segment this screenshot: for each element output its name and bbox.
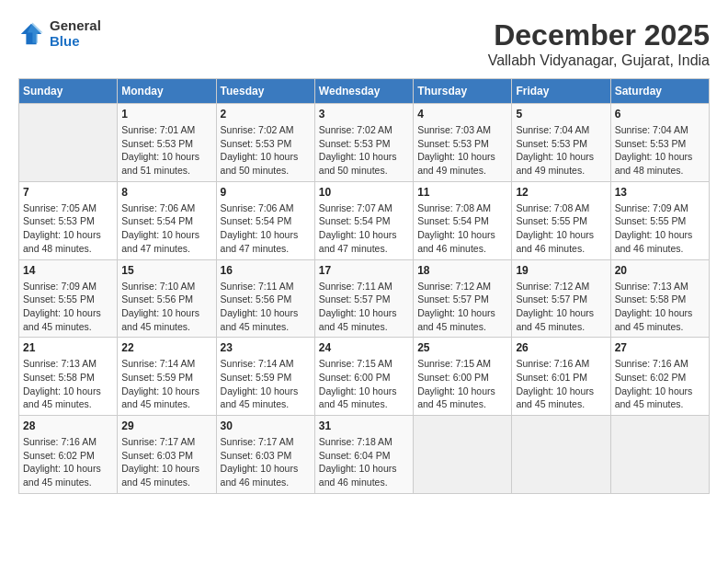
calendar-cell: 23Sunrise: 7:14 AM Sunset: 5:59 PM Dayli… (216, 338, 314, 416)
calendar-header-sunday: Sunday (19, 79, 118, 104)
day-number: 1 (121, 108, 211, 121)
calendar-week-2: 7Sunrise: 7:05 AM Sunset: 5:53 PM Daylig… (19, 181, 710, 259)
day-number: 7 (23, 186, 113, 199)
day-number: 12 (516, 186, 606, 199)
day-number: 4 (417, 108, 507, 121)
day-info: Sunrise: 7:15 AM Sunset: 6:00 PM Dayligh… (319, 357, 409, 411)
day-number: 26 (516, 341, 606, 354)
day-info: Sunrise: 7:10 AM Sunset: 5:56 PM Dayligh… (121, 280, 211, 334)
month-title: December 2025 (488, 18, 710, 52)
day-number: 21 (23, 341, 113, 354)
calendar-header-wednesday: Wednesday (314, 79, 413, 104)
calendar-cell: 17Sunrise: 7:11 AM Sunset: 5:57 PM Dayli… (314, 259, 413, 338)
day-info: Sunrise: 7:16 AM Sunset: 6:01 PM Dayligh… (516, 357, 606, 411)
calendar-header-saturday: Saturday (610, 79, 709, 104)
day-number: 30 (221, 419, 311, 432)
day-info: Sunrise: 7:16 AM Sunset: 6:02 PM Dayligh… (615, 357, 705, 411)
title-area: December 2025 Vallabh Vidyanagar, Gujara… (488, 18, 710, 69)
day-info: Sunrise: 7:06 AM Sunset: 5:54 PM Dayligh… (121, 201, 211, 256)
calendar-cell: 24Sunrise: 7:15 AM Sunset: 6:00 PM Dayli… (314, 338, 413, 416)
day-number: 16 (221, 264, 311, 277)
calendar-week-5: 28Sunrise: 7:16 AM Sunset: 6:02 PM Dayli… (19, 416, 710, 494)
day-info: Sunrise: 7:04 AM Sunset: 5:53 PM Dayligh… (615, 123, 705, 178)
calendar-week-3: 14Sunrise: 7:09 AM Sunset: 5:55 PM Dayli… (19, 259, 710, 338)
calendar-cell: 2Sunrise: 7:02 AM Sunset: 5:53 PM Daylig… (216, 104, 314, 182)
calendar-header-monday: Monday (118, 79, 216, 104)
calendar-cell: 5Sunrise: 7:04 AM Sunset: 5:53 PM Daylig… (512, 104, 610, 182)
day-info: Sunrise: 7:09 AM Sunset: 5:55 PM Dayligh… (615, 201, 705, 256)
day-info: Sunrise: 7:07 AM Sunset: 5:54 PM Dayligh… (319, 201, 409, 256)
calendar-cell: 8Sunrise: 7:06 AM Sunset: 5:54 PM Daylig… (118, 181, 216, 259)
calendar-header-row: SundayMondayTuesdayWednesdayThursdayFrid… (19, 79, 710, 104)
calendar-cell (414, 416, 512, 494)
calendar-cell (610, 416, 709, 494)
day-info: Sunrise: 7:12 AM Sunset: 5:57 PM Dayligh… (516, 280, 606, 334)
calendar-week-1: 1Sunrise: 7:01 AM Sunset: 5:53 PM Daylig… (19, 104, 710, 182)
calendar-cell (512, 416, 610, 494)
calendar-cell: 12Sunrise: 7:08 AM Sunset: 5:55 PM Dayli… (512, 181, 610, 259)
calendar-cell: 22Sunrise: 7:14 AM Sunset: 5:59 PM Dayli… (118, 338, 216, 416)
calendar-cell: 16Sunrise: 7:11 AM Sunset: 5:56 PM Dayli… (216, 259, 314, 338)
calendar-cell: 28Sunrise: 7:16 AM Sunset: 6:02 PM Dayli… (19, 416, 118, 494)
day-number: 20 (615, 264, 705, 277)
day-number: 27 (615, 341, 705, 354)
day-number: 23 (221, 341, 311, 354)
calendar-cell: 18Sunrise: 7:12 AM Sunset: 5:57 PM Dayli… (414, 259, 512, 338)
day-info: Sunrise: 7:02 AM Sunset: 5:53 PM Dayligh… (221, 123, 311, 178)
calendar-cell: 1Sunrise: 7:01 AM Sunset: 5:53 PM Daylig… (118, 104, 216, 182)
calendar-cell: 30Sunrise: 7:17 AM Sunset: 6:03 PM Dayli… (216, 416, 314, 494)
day-number: 10 (319, 186, 409, 199)
day-info: Sunrise: 7:16 AM Sunset: 6:02 PM Dayligh… (23, 435, 113, 489)
day-info: Sunrise: 7:14 AM Sunset: 5:59 PM Dayligh… (121, 357, 211, 411)
calendar-cell: 15Sunrise: 7:10 AM Sunset: 5:56 PM Dayli… (118, 259, 216, 338)
day-info: Sunrise: 7:13 AM Sunset: 5:58 PM Dayligh… (615, 280, 705, 334)
calendar-cell: 14Sunrise: 7:09 AM Sunset: 5:55 PM Dayli… (19, 259, 118, 338)
calendar-cell: 21Sunrise: 7:13 AM Sunset: 5:58 PM Dayli… (19, 338, 118, 416)
calendar-cell: 4Sunrise: 7:03 AM Sunset: 5:53 PM Daylig… (414, 104, 512, 182)
calendar-cell: 13Sunrise: 7:09 AM Sunset: 5:55 PM Dayli… (610, 181, 709, 259)
logo-text: General Blue (50, 18, 101, 49)
calendar-cell: 27Sunrise: 7:16 AM Sunset: 6:02 PM Dayli… (610, 338, 709, 416)
day-number: 24 (319, 341, 409, 354)
day-info: Sunrise: 7:12 AM Sunset: 5:57 PM Dayligh… (417, 280, 507, 334)
day-info: Sunrise: 7:04 AM Sunset: 5:53 PM Dayligh… (516, 123, 606, 178)
calendar-cell: 11Sunrise: 7:08 AM Sunset: 5:54 PM Dayli… (414, 181, 512, 259)
day-info: Sunrise: 7:18 AM Sunset: 6:04 PM Dayligh… (319, 435, 409, 489)
calendar-cell: 7Sunrise: 7:05 AM Sunset: 5:53 PM Daylig… (19, 181, 118, 259)
calendar-header-friday: Friday (512, 79, 610, 104)
day-info: Sunrise: 7:11 AM Sunset: 5:56 PM Dayligh… (221, 280, 311, 334)
calendar-cell: 29Sunrise: 7:17 AM Sunset: 6:03 PM Dayli… (118, 416, 216, 494)
day-info: Sunrise: 7:17 AM Sunset: 6:03 PM Dayligh… (221, 435, 311, 489)
day-info: Sunrise: 7:17 AM Sunset: 6:03 PM Dayligh… (121, 435, 211, 489)
logo-icon (18, 21, 44, 47)
day-info: Sunrise: 7:06 AM Sunset: 5:54 PM Dayligh… (221, 201, 311, 256)
day-number: 5 (516, 108, 606, 121)
day-info: Sunrise: 7:13 AM Sunset: 5:58 PM Dayligh… (23, 357, 113, 411)
calendar-header-thursday: Thursday (414, 79, 512, 104)
logo-blue-label: Blue (50, 34, 101, 50)
day-info: Sunrise: 7:14 AM Sunset: 5:59 PM Dayligh… (221, 357, 311, 411)
calendar-cell: 3Sunrise: 7:02 AM Sunset: 5:53 PM Daylig… (314, 104, 413, 182)
day-info: Sunrise: 7:15 AM Sunset: 6:00 PM Dayligh… (417, 357, 507, 411)
day-number: 18 (417, 264, 507, 277)
day-number: 8 (121, 186, 211, 199)
day-info: Sunrise: 7:05 AM Sunset: 5:53 PM Dayligh… (23, 201, 113, 256)
header: General Blue December 2025 Vallabh Vidya… (18, 18, 710, 69)
day-number: 6 (615, 108, 705, 121)
day-number: 3 (319, 108, 409, 121)
day-number: 19 (516, 264, 606, 277)
calendar-body: 1Sunrise: 7:01 AM Sunset: 5:53 PM Daylig… (19, 104, 710, 494)
day-info: Sunrise: 7:11 AM Sunset: 5:57 PM Dayligh… (319, 280, 409, 334)
day-info: Sunrise: 7:09 AM Sunset: 5:55 PM Dayligh… (23, 280, 113, 334)
day-number: 17 (319, 264, 409, 277)
day-number: 29 (121, 419, 211, 432)
day-number: 25 (417, 341, 507, 354)
day-number: 31 (319, 419, 409, 432)
calendar-cell: 26Sunrise: 7:16 AM Sunset: 6:01 PM Dayli… (512, 338, 610, 416)
calendar-cell: 10Sunrise: 7:07 AM Sunset: 5:54 PM Dayli… (314, 181, 413, 259)
day-number: 2 (221, 108, 311, 121)
calendar-cell: 20Sunrise: 7:13 AM Sunset: 5:58 PM Dayli… (610, 259, 709, 338)
day-info: Sunrise: 7:02 AM Sunset: 5:53 PM Dayligh… (319, 123, 409, 178)
calendar-cell (19, 104, 118, 182)
calendar-week-4: 21Sunrise: 7:13 AM Sunset: 5:58 PM Dayli… (19, 338, 710, 416)
